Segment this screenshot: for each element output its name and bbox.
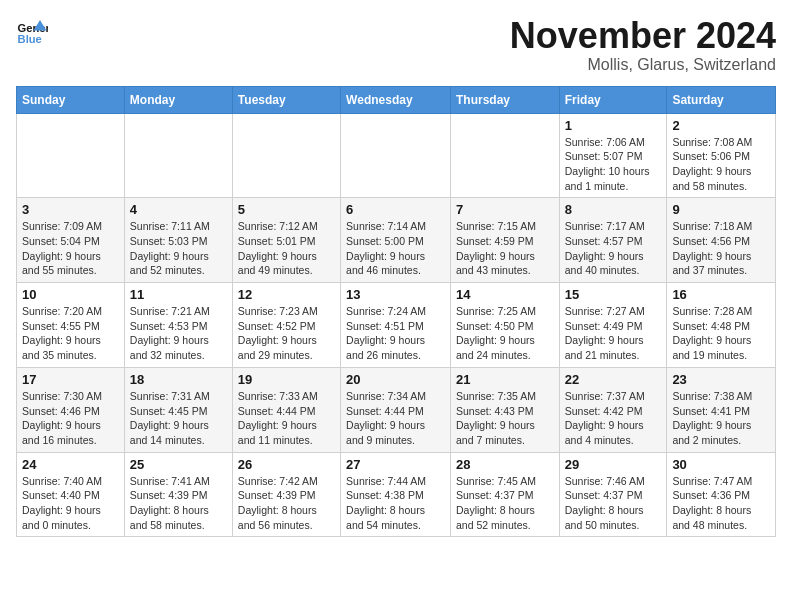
day-info: Sunrise: 7:40 AM Sunset: 4:40 PM Dayligh… — [22, 474, 119, 533]
day-number: 18 — [130, 372, 227, 387]
day-info: Sunrise: 7:18 AM Sunset: 4:56 PM Dayligh… — [672, 219, 770, 278]
title-block: November 2024 Mollis, Glarus, Switzerlan… — [510, 16, 776, 74]
day-number: 22 — [565, 372, 662, 387]
day-number: 17 — [22, 372, 119, 387]
calendar-cell — [124, 113, 232, 198]
day-number: 23 — [672, 372, 770, 387]
day-info: Sunrise: 7:14 AM Sunset: 5:00 PM Dayligh… — [346, 219, 445, 278]
calendar-cell: 11Sunrise: 7:21 AM Sunset: 4:53 PM Dayli… — [124, 283, 232, 368]
weekday-header-thursday: Thursday — [450, 86, 559, 113]
weekday-header-wednesday: Wednesday — [341, 86, 451, 113]
calendar-cell: 16Sunrise: 7:28 AM Sunset: 4:48 PM Dayli… — [667, 283, 776, 368]
calendar-cell — [232, 113, 340, 198]
day-number: 21 — [456, 372, 554, 387]
day-info: Sunrise: 7:33 AM Sunset: 4:44 PM Dayligh… — [238, 389, 335, 448]
day-info: Sunrise: 7:41 AM Sunset: 4:39 PM Dayligh… — [130, 474, 227, 533]
calendar-cell: 10Sunrise: 7:20 AM Sunset: 4:55 PM Dayli… — [17, 283, 125, 368]
calendar-cell: 24Sunrise: 7:40 AM Sunset: 4:40 PM Dayli… — [17, 452, 125, 537]
calendar-cell: 13Sunrise: 7:24 AM Sunset: 4:51 PM Dayli… — [341, 283, 451, 368]
calendar-cell — [17, 113, 125, 198]
day-number: 3 — [22, 202, 119, 217]
day-info: Sunrise: 7:24 AM Sunset: 4:51 PM Dayligh… — [346, 304, 445, 363]
day-number: 14 — [456, 287, 554, 302]
calendar-cell: 29Sunrise: 7:46 AM Sunset: 4:37 PM Dayli… — [559, 452, 667, 537]
weekday-header-friday: Friday — [559, 86, 667, 113]
page-header: General Blue November 2024 Mollis, Glaru… — [16, 16, 776, 74]
calendar-cell: 12Sunrise: 7:23 AM Sunset: 4:52 PM Dayli… — [232, 283, 340, 368]
calendar-cell: 6Sunrise: 7:14 AM Sunset: 5:00 PM Daylig… — [341, 198, 451, 283]
day-number: 28 — [456, 457, 554, 472]
calendar-cell: 14Sunrise: 7:25 AM Sunset: 4:50 PM Dayli… — [450, 283, 559, 368]
day-info: Sunrise: 7:47 AM Sunset: 4:36 PM Dayligh… — [672, 474, 770, 533]
weekday-header-monday: Monday — [124, 86, 232, 113]
day-number: 30 — [672, 457, 770, 472]
day-info: Sunrise: 7:15 AM Sunset: 4:59 PM Dayligh… — [456, 219, 554, 278]
calendar-cell: 25Sunrise: 7:41 AM Sunset: 4:39 PM Dayli… — [124, 452, 232, 537]
day-info: Sunrise: 7:20 AM Sunset: 4:55 PM Dayligh… — [22, 304, 119, 363]
calendar-cell: 21Sunrise: 7:35 AM Sunset: 4:43 PM Dayli… — [450, 367, 559, 452]
day-number: 25 — [130, 457, 227, 472]
calendar-cell: 27Sunrise: 7:44 AM Sunset: 4:38 PM Dayli… — [341, 452, 451, 537]
day-number: 29 — [565, 457, 662, 472]
day-number: 1 — [565, 118, 662, 133]
day-info: Sunrise: 7:31 AM Sunset: 4:45 PM Dayligh… — [130, 389, 227, 448]
day-info: Sunrise: 7:09 AM Sunset: 5:04 PM Dayligh… — [22, 219, 119, 278]
calendar-cell — [450, 113, 559, 198]
day-info: Sunrise: 7:38 AM Sunset: 4:41 PM Dayligh… — [672, 389, 770, 448]
day-number: 11 — [130, 287, 227, 302]
day-number: 27 — [346, 457, 445, 472]
calendar-cell: 23Sunrise: 7:38 AM Sunset: 4:41 PM Dayli… — [667, 367, 776, 452]
day-number: 4 — [130, 202, 227, 217]
day-number: 26 — [238, 457, 335, 472]
day-info: Sunrise: 7:46 AM Sunset: 4:37 PM Dayligh… — [565, 474, 662, 533]
weekday-header-saturday: Saturday — [667, 86, 776, 113]
calendar-cell: 9Sunrise: 7:18 AM Sunset: 4:56 PM Daylig… — [667, 198, 776, 283]
calendar-cell: 26Sunrise: 7:42 AM Sunset: 4:39 PM Dayli… — [232, 452, 340, 537]
week-row-4: 17Sunrise: 7:30 AM Sunset: 4:46 PM Dayli… — [17, 367, 776, 452]
day-number: 19 — [238, 372, 335, 387]
calendar-cell: 19Sunrise: 7:33 AM Sunset: 4:44 PM Dayli… — [232, 367, 340, 452]
day-number: 8 — [565, 202, 662, 217]
day-info: Sunrise: 7:21 AM Sunset: 4:53 PM Dayligh… — [130, 304, 227, 363]
logo-icon: General Blue — [16, 16, 48, 48]
day-number: 10 — [22, 287, 119, 302]
calendar-cell: 4Sunrise: 7:11 AM Sunset: 5:03 PM Daylig… — [124, 198, 232, 283]
weekday-header-row: SundayMondayTuesdayWednesdayThursdayFrid… — [17, 86, 776, 113]
week-row-5: 24Sunrise: 7:40 AM Sunset: 4:40 PM Dayli… — [17, 452, 776, 537]
calendar-table: SundayMondayTuesdayWednesdayThursdayFrid… — [16, 86, 776, 538]
svg-text:Blue: Blue — [18, 33, 42, 45]
day-info: Sunrise: 7:08 AM Sunset: 5:06 PM Dayligh… — [672, 135, 770, 194]
calendar-cell: 28Sunrise: 7:45 AM Sunset: 4:37 PM Dayli… — [450, 452, 559, 537]
week-row-1: 1Sunrise: 7:06 AM Sunset: 5:07 PM Daylig… — [17, 113, 776, 198]
day-info: Sunrise: 7:45 AM Sunset: 4:37 PM Dayligh… — [456, 474, 554, 533]
day-number: 24 — [22, 457, 119, 472]
calendar-cell — [341, 113, 451, 198]
day-info: Sunrise: 7:11 AM Sunset: 5:03 PM Dayligh… — [130, 219, 227, 278]
location-title: Mollis, Glarus, Switzerland — [510, 56, 776, 74]
day-info: Sunrise: 7:34 AM Sunset: 4:44 PM Dayligh… — [346, 389, 445, 448]
calendar-cell: 15Sunrise: 7:27 AM Sunset: 4:49 PM Dayli… — [559, 283, 667, 368]
calendar-cell: 18Sunrise: 7:31 AM Sunset: 4:45 PM Dayli… — [124, 367, 232, 452]
day-info: Sunrise: 7:23 AM Sunset: 4:52 PM Dayligh… — [238, 304, 335, 363]
day-number: 15 — [565, 287, 662, 302]
calendar-cell: 3Sunrise: 7:09 AM Sunset: 5:04 PM Daylig… — [17, 198, 125, 283]
day-number: 9 — [672, 202, 770, 217]
calendar-cell: 30Sunrise: 7:47 AM Sunset: 4:36 PM Dayli… — [667, 452, 776, 537]
day-info: Sunrise: 7:35 AM Sunset: 4:43 PM Dayligh… — [456, 389, 554, 448]
day-number: 6 — [346, 202, 445, 217]
day-number: 12 — [238, 287, 335, 302]
day-info: Sunrise: 7:25 AM Sunset: 4:50 PM Dayligh… — [456, 304, 554, 363]
day-number: 20 — [346, 372, 445, 387]
month-title: November 2024 — [510, 16, 776, 56]
day-info: Sunrise: 7:42 AM Sunset: 4:39 PM Dayligh… — [238, 474, 335, 533]
calendar-cell: 7Sunrise: 7:15 AM Sunset: 4:59 PM Daylig… — [450, 198, 559, 283]
weekday-header-sunday: Sunday — [17, 86, 125, 113]
day-info: Sunrise: 7:17 AM Sunset: 4:57 PM Dayligh… — [565, 219, 662, 278]
day-info: Sunrise: 7:28 AM Sunset: 4:48 PM Dayligh… — [672, 304, 770, 363]
day-info: Sunrise: 7:37 AM Sunset: 4:42 PM Dayligh… — [565, 389, 662, 448]
day-number: 7 — [456, 202, 554, 217]
week-row-2: 3Sunrise: 7:09 AM Sunset: 5:04 PM Daylig… — [17, 198, 776, 283]
week-row-3: 10Sunrise: 7:20 AM Sunset: 4:55 PM Dayli… — [17, 283, 776, 368]
calendar-cell: 2Sunrise: 7:08 AM Sunset: 5:06 PM Daylig… — [667, 113, 776, 198]
day-number: 5 — [238, 202, 335, 217]
